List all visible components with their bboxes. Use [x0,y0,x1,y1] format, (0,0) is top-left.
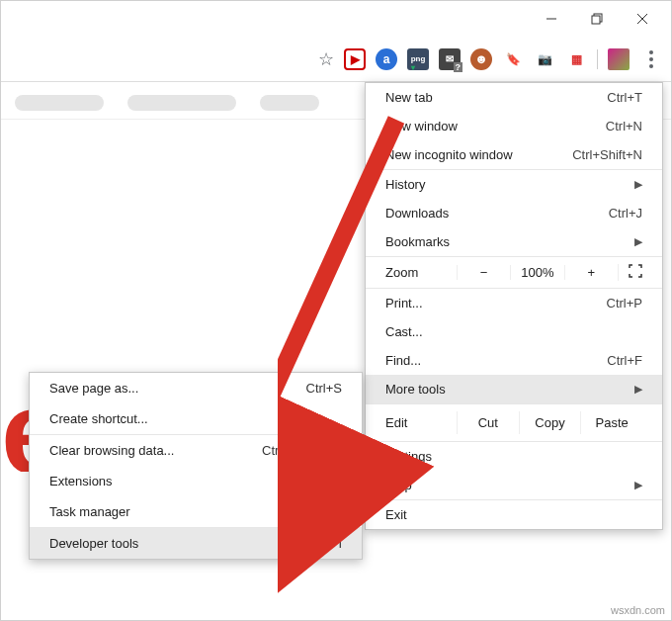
browser-toolbar: ☆ ▶ a png▾ ✉? ☻ 🔖 📷 ▦ [1,37,671,82]
menu-zoom-row: Zoom − 100% + [366,256,662,289]
window-titlebar [1,1,671,37]
more-tools-submenu: Save page as... Ctrl+S Create shortcut..… [29,372,363,560]
menu-edit-row: Edit Cut Copy Paste [366,403,662,442]
menu-help[interactable]: Help ▶ [366,471,662,499]
bookmark-item[interactable] [127,95,236,111]
zoom-in-button[interactable]: + [564,265,618,280]
submenu-arrow-icon: ▶ [634,235,642,248]
edit-cut[interactable]: Cut [457,411,519,434]
submenu-create-shortcut[interactable]: Create shortcut... [30,403,362,434]
submenu-shortcut: Ctrl+Shift+Del [262,443,342,458]
close-button[interactable] [620,4,665,34]
submenu-shortcut: Ctrl+Shift+I [278,536,342,551]
extension-icon-7[interactable]: 📷 [534,48,555,70]
menu-new-tab[interactable]: New tab Ctrl+T [366,83,662,112]
minimize-button[interactable] [529,4,574,34]
menu-label: Help [385,478,412,492]
menu-find[interactable]: Find... Ctrl+F [366,346,662,375]
bookmark-item[interactable] [260,95,319,111]
bookmark-item[interactable] [15,95,104,111]
zoom-label: Zoom [385,265,457,280]
extension-icon-6[interactable]: 🔖 [502,48,524,70]
watermark-text: wsxdn.com [611,604,665,616]
profile-avatar[interactable] [608,48,630,70]
bookmark-star-icon[interactable]: ☆ [318,48,334,70]
zoom-out-button[interactable]: − [457,265,510,280]
submenu-label: Task manager [49,504,130,519]
extension-icon-3[interactable]: png▾ [407,48,429,70]
menu-exit[interactable]: Exit [366,500,662,529]
menu-settings[interactable]: Settings [366,442,662,471]
menu-history[interactable]: History ▶ [366,170,662,199]
menu-cast[interactable]: Cast... [366,317,662,346]
edit-paste[interactable]: Paste [580,411,642,434]
menu-shortcut: Ctrl+Shift+N [572,147,642,162]
menu-shortcut: Ctrl+F [607,353,642,368]
submenu-label: Extensions [49,474,113,488]
menu-label: New tab [385,90,433,105]
menu-more-tools[interactable]: More tools ▶ [366,375,662,403]
submenu-label: Save page as... [49,381,138,396]
submenu-task-manager[interactable]: Task manager Shift+Esc [30,496,362,527]
toolbar-separator [597,49,598,69]
submenu-arrow-icon: ▶ [634,383,642,396]
submenu-shortcut: Ctrl+S [306,381,342,396]
submenu-label: Clear browsing data... [49,443,174,458]
menu-label: Exit [385,507,407,522]
submenu-clear-data[interactable]: Clear browsing data... Ctrl+Shift+Del [30,435,362,466]
menu-label: Settings [385,449,432,464]
menu-bookmarks[interactable]: Bookmarks ▶ [366,227,662,256]
fullscreen-button[interactable] [618,264,642,281]
chrome-menu-button[interactable] [639,47,663,71]
menu-label: New window [385,119,458,133]
menu-label: Downloads [385,206,449,221]
extension-icon-8[interactable]: ▦ [565,48,587,70]
extension-icon-5[interactable]: ☻ [470,48,492,70]
edit-label: Edit [385,415,457,430]
submenu-label: Developer tools [49,536,138,551]
edit-copy[interactable]: Copy [519,411,581,434]
submenu-extensions[interactable]: Extensions [30,466,362,496]
menu-label: Cast... [385,324,423,339]
menu-label: Print... [385,296,423,310]
menu-shortcut: Ctrl+J [609,206,642,221]
svg-rect-2 [592,16,600,24]
submenu-shortcut: Shift+Esc [288,504,342,519]
submenu-developer-tools[interactable]: Developer tools Ctrl+Shift+I [30,528,362,559]
menu-label: History [385,177,425,192]
submenu-arrow-icon: ▶ [634,178,642,191]
extension-icon-1[interactable]: ▶ [344,48,366,70]
menu-shortcut: Ctrl+P [607,296,642,310]
submenu-arrow-icon: ▶ [634,479,642,491]
menu-new-incognito[interactable]: New incognito window Ctrl+Shift+N [366,140,662,169]
chrome-main-menu: New tab Ctrl+T New window Ctrl+N New inc… [365,82,663,530]
maximize-button[interactable] [574,4,620,34]
menu-downloads[interactable]: Downloads Ctrl+J [366,199,662,227]
submenu-save-page[interactable]: Save page as... Ctrl+S [30,373,362,403]
menu-label: New incognito window [385,147,513,162]
extension-icon-4[interactable]: ✉? [439,48,461,70]
zoom-value: 100% [510,265,563,280]
menu-shortcut: Ctrl+T [607,90,642,105]
menu-print[interactable]: Print... Ctrl+P [366,289,662,317]
submenu-label: Create shortcut... [49,411,148,426]
extension-icon-2[interactable]: a [376,48,397,70]
menu-new-window[interactable]: New window Ctrl+N [366,112,662,140]
menu-label: Find... [385,353,421,368]
menu-shortcut: Ctrl+N [606,119,642,133]
menu-label: Bookmarks [385,234,450,249]
menu-label: More tools [385,382,446,397]
